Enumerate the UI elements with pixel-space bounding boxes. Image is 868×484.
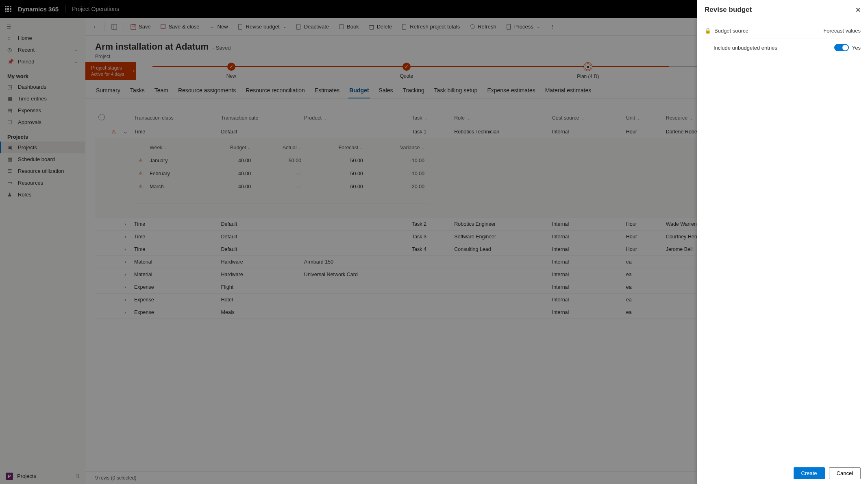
create-button[interactable]: Create — [794, 467, 825, 479]
cancel-button[interactable]: Cancel — [829, 467, 861, 479]
toggle-switch[interactable] — [834, 44, 849, 51]
field-value: Forecast values — [823, 28, 861, 34]
lock-icon: 🔒 — [705, 28, 711, 34]
toggle-value: Yes — [852, 45, 861, 51]
field-label: Include unbudgeted entries — [714, 45, 777, 51]
close-icon[interactable]: ✕ — [855, 6, 861, 14]
field-label: Budget source — [714, 28, 748, 34]
panel-title: Revise budget — [705, 6, 752, 14]
field-include-unbudgeted: Include unbudgeted entries Yes — [705, 39, 861, 56]
revise-budget-panel: Revise budget ✕ 🔒Budget source Forecast … — [697, 0, 868, 484]
field-budget-source: 🔒Budget source Forecast values — [705, 23, 861, 39]
